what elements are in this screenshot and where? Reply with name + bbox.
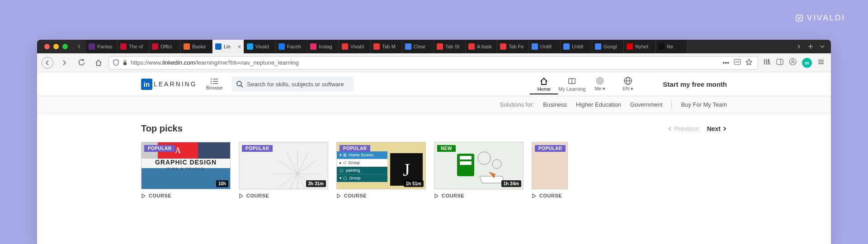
- buy-for-team-link[interactable]: Buy For My Team: [681, 101, 727, 108]
- home-button[interactable]: [92, 56, 105, 69]
- tab-title: Offici: [160, 44, 172, 49]
- duration-badge: 3h 31m: [306, 180, 326, 187]
- minimize-window-button[interactable]: [53, 44, 59, 49]
- tabs-menu-button[interactable]: [816, 40, 828, 53]
- svg-rect-0: [796, 15, 802, 21]
- svg-line-20: [297, 152, 308, 174]
- browser-tab[interactable]: Ne: [656, 40, 687, 53]
- course-card[interactable]: NEW 1h 24m COURSE: [434, 142, 524, 198]
- play-icon: [336, 193, 341, 198]
- browser-tab[interactable]: Vivald: [244, 40, 276, 53]
- duration-badge: 10h: [216, 180, 228, 187]
- forward-button[interactable]: [58, 56, 71, 69]
- svg-rect-3: [777, 59, 783, 65]
- browser-tab[interactable]: Offici: [149, 40, 181, 53]
- browser-tab[interactable]: Baske: [181, 40, 212, 53]
- reload-button[interactable]: [75, 56, 88, 69]
- browser-tab[interactable]: Fantas: [86, 40, 118, 53]
- course-thumbnail: POPULAR: [532, 142, 568, 189]
- library-icon[interactable]: [764, 58, 771, 67]
- favicon: [278, 43, 285, 50]
- search-input[interactable]: Search for skills, subjects or software: [231, 76, 354, 92]
- play-icon: [239, 193, 244, 198]
- learning-wordmark: LEARNING: [154, 80, 197, 88]
- svg-rect-33: [460, 161, 472, 165]
- menu-icon[interactable]: [817, 58, 825, 67]
- tab-bar: FantasThe ofOfficiBaskeLin×VivaldFacebIn…: [37, 40, 831, 53]
- tab-title: A bask: [477, 44, 492, 49]
- nav-home[interactable]: Home: [530, 76, 558, 94]
- favicon: [468, 43, 475, 50]
- maximize-window-button[interactable]: [62, 44, 68, 49]
- tab-title: Tab Fe: [509, 44, 524, 49]
- course-type: COURSE: [434, 193, 524, 198]
- bookmark-star-icon[interactable]: [745, 59, 752, 67]
- svg-line-21: [297, 160, 316, 174]
- tab-title: Tab M: [382, 44, 396, 49]
- user-icon: [595, 76, 604, 85]
- favicon: [89, 43, 95, 50]
- browser-tab[interactable]: Lin×: [212, 40, 244, 53]
- section-title: Top picks: [141, 123, 183, 134]
- account-icon[interactable]: [789, 58, 797, 67]
- browser-tab[interactable]: Tab St: [434, 40, 466, 53]
- popular-badge: POPULAR: [242, 145, 273, 152]
- favicon: [500, 43, 506, 50]
- play-icon: [532, 193, 537, 198]
- close-tab-icon[interactable]: ×: [237, 43, 241, 50]
- browser-tab[interactable]: Vivald: [339, 40, 371, 53]
- subnav-higher-ed[interactable]: Higher Education: [576, 101, 621, 108]
- browser-tab[interactable]: A bask: [466, 40, 497, 53]
- browser-tab[interactable]: Nyhet: [624, 40, 656, 53]
- section-header: Top picks Previous Next: [141, 123, 727, 134]
- svg-point-13: [237, 81, 241, 86]
- url-field[interactable]: https://www.linkedin.com/learning/me?trk…: [108, 56, 758, 70]
- browser-tab[interactable]: Instag: [307, 40, 339, 53]
- course-card[interactable]: POPULAR COURSE: [532, 142, 568, 198]
- svg-line-30: [287, 152, 297, 174]
- popular-badge: POPULAR: [535, 145, 566, 152]
- back-button[interactable]: [42, 57, 53, 69]
- start-free-month-button[interactable]: Start my free month: [654, 80, 831, 88]
- reader-mode-icon[interactable]: [734, 59, 741, 66]
- sidebar-icon[interactable]: [776, 58, 783, 67]
- svg-line-14: [241, 85, 243, 87]
- nav-me[interactable]: Me ▾: [586, 76, 614, 92]
- svg-line-26: [287, 174, 297, 189]
- nav-my-learning[interactable]: My Learning: [558, 76, 586, 92]
- shield-icon: [113, 59, 119, 66]
- duration-badge: 1h 51m: [404, 180, 424, 187]
- next-button[interactable]: Next: [707, 125, 727, 132]
- new-badge: NEW: [437, 145, 456, 152]
- browser-tab[interactable]: Clear: [402, 40, 434, 53]
- course-card[interactable]: A GRAPHIC DESIGN TIPS & TRICKS POPULAR 1…: [141, 142, 231, 198]
- tab-scroll-right-button[interactable]: [793, 40, 805, 53]
- browser-tab[interactable]: Tab Fe: [497, 40, 529, 53]
- browser-tab[interactable]: Tab M: [371, 40, 402, 53]
- browser-tab[interactable]: The of: [118, 40, 149, 53]
- browser-tab[interactable]: Untitl: [561, 40, 592, 53]
- search-placeholder: Search for skills, subjects or software: [247, 81, 344, 88]
- browse-button[interactable]: Browse: [203, 78, 226, 90]
- tab-scroll-left-button[interactable]: [74, 40, 84, 53]
- tabs-container: FantasThe ofOfficiBaskeLin×VivaldFacebIn…: [86, 40, 790, 53]
- chevron-right-icon: [722, 127, 727, 131]
- svg-point-9: [211, 80, 212, 81]
- close-window-button[interactable]: [44, 44, 50, 49]
- tab-title: Vivald: [350, 44, 364, 49]
- page-actions-icon[interactable]: •••: [722, 59, 729, 66]
- linkedin-logo-box: in: [141, 79, 152, 90]
- browser-tab[interactable]: Faceb: [276, 40, 307, 53]
- subnav-government[interactable]: Government: [630, 101, 663, 108]
- subnav-business[interactable]: Business: [543, 101, 567, 108]
- nav-language[interactable]: EN ▾: [614, 76, 642, 92]
- linkedin-learning-logo[interactable]: in LEARNING: [141, 79, 197, 90]
- browser-tab[interactable]: Untitl: [529, 40, 561, 53]
- course-card[interactable]: POPULAR 3h 31m COURSE: [239, 142, 328, 198]
- course-card[interactable]: ▾ ⊞ Home Screen ▸ ◇ Group ▢ painting ▾ ▢…: [336, 142, 426, 198]
- play-icon: [141, 193, 146, 198]
- user-avatar[interactable]: m: [802, 58, 812, 68]
- browser-tab[interactable]: Googl: [592, 40, 624, 53]
- new-tab-button[interactable]: [805, 40, 816, 53]
- book-icon: [567, 77, 576, 86]
